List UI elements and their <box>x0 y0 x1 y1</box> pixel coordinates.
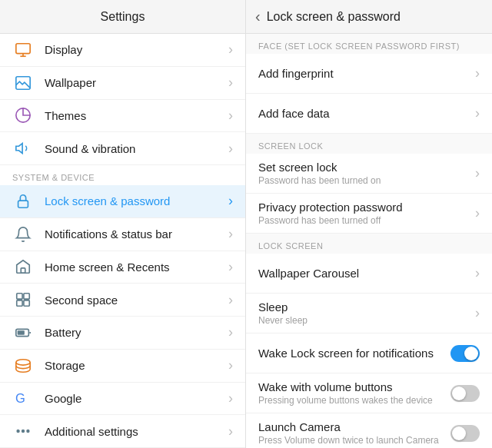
google-label: Google <box>45 392 222 405</box>
sidebar-item-sound[interactable]: Sound & vibration › <box>0 132 245 165</box>
add-fingerprint-content: Add fingerprint <box>258 67 469 80</box>
display-icon <box>12 39 34 61</box>
left-panel-title: Settings <box>101 10 145 24</box>
add-face-item[interactable]: Add face data › <box>246 94 492 134</box>
themes-label: Themes <box>45 109 222 122</box>
lock-screen-section-label: LOCK SCREEN <box>246 234 492 254</box>
wake-notifications-toggle[interactable] <box>450 345 480 362</box>
launch-camera-sub: Press Volume down twice to launch Camera <box>258 435 450 446</box>
sidebar-item-battery[interactable]: Battery › <box>0 317 245 350</box>
additional-label: Additional settings <box>45 425 222 438</box>
sidebar-item-storage[interactable]: Storage › <box>0 350 245 383</box>
system-section-label: SYSTEM & DEVICE <box>0 165 245 185</box>
add-fingerprint-chevron: › <box>475 65 480 81</box>
homescreen-label: Home screen & Recents <box>45 261 222 274</box>
set-screen-lock-item[interactable]: Set screen lock Password has been turned… <box>246 154 492 194</box>
screen-lock-section-label: SCREEN LOCK <box>246 134 492 154</box>
settings-panel: Settings Display › Wallpaper › Themes › … <box>0 0 246 448</box>
svg-rect-10 <box>24 300 29 306</box>
launch-camera-title: Launch Camera <box>258 420 450 433</box>
lock-icon <box>12 191 34 212</box>
wake-volume-toggle[interactable] <box>450 385 480 402</box>
launch-camera-content: Launch Camera Press Volume down twice to… <box>258 420 450 446</box>
wake-notifications-item[interactable]: Wake Lock screen for notifications <box>246 334 492 373</box>
launch-camera-toggle-off <box>450 425 480 442</box>
right-panel-header: ‹ Lock screen & password <box>246 0 492 34</box>
sound-label: Sound & vibration <box>45 142 222 155</box>
privacy-password-content: Privacy protection password Password has… <box>258 201 469 226</box>
sidebar-item-google[interactable]: G Google › <box>0 383 245 416</box>
sound-icon <box>12 138 34 159</box>
wake-volume-toggle-off <box>450 385 480 402</box>
svg-point-16 <box>17 430 19 433</box>
svg-point-17 <box>22 430 25 433</box>
sleep-item[interactable]: Sleep Never sleep › <box>246 294 492 334</box>
secondspace-label: Second space <box>45 294 222 307</box>
svg-rect-6 <box>21 268 25 273</box>
svg-rect-9 <box>17 300 22 306</box>
battery-label: Battery <box>45 326 222 339</box>
storage-icon <box>12 355 34 377</box>
wake-notifications-content: Wake Lock screen for notifications <box>258 347 450 360</box>
secondspace-chevron: › <box>228 292 233 308</box>
homescreen-chevron: › <box>228 259 233 275</box>
sidebar-item-notifications[interactable]: Notifications & status bar › <box>0 218 245 251</box>
home-icon <box>12 256 34 277</box>
wallpaper-carousel-title: Wallpaper Carousel <box>258 267 469 280</box>
launch-camera-item[interactable]: Launch Camera Press Volume down twice to… <box>246 413 492 448</box>
svg-point-14 <box>16 359 30 364</box>
themes-chevron: › <box>228 108 233 124</box>
sidebar-item-display[interactable]: Display › <box>0 34 245 67</box>
privacy-password-chevron: › <box>475 205 480 221</box>
sidebar-item-additional[interactable]: Additional settings › <box>0 415 245 448</box>
sidebar-item-themes[interactable]: Themes › <box>0 100 245 133</box>
secondspace-icon <box>12 289 34 310</box>
display-chevron: › <box>228 41 233 58</box>
lockscreen-label: Lock screen & password <box>45 194 222 207</box>
display-label: Display <box>45 43 222 56</box>
svg-point-18 <box>27 430 29 433</box>
privacy-password-item[interactable]: Privacy protection password Password has… <box>246 194 492 234</box>
add-fingerprint-title: Add fingerprint <box>258 67 469 80</box>
svg-text:G: G <box>15 392 25 406</box>
battery-chevron: › <box>228 324 233 340</box>
launch-camera-toggle[interactable] <box>450 425 480 442</box>
svg-rect-0 <box>16 44 30 54</box>
sidebar-item-homescreen[interactable]: Home screen & Recents › <box>0 251 245 284</box>
sound-chevron: › <box>228 141 233 157</box>
add-face-content: Add face data <box>258 107 469 120</box>
wallpaper-chevron: › <box>228 75 233 91</box>
storage-chevron: › <box>228 357 233 373</box>
sidebar-item-wallpaper[interactable]: Wallpaper › <box>0 67 245 100</box>
wake-volume-content: Wake with volume buttons Pressing volume… <box>258 380 450 406</box>
back-button[interactable]: ‹ <box>255 8 261 25</box>
lockscreen-chevron: › <box>228 193 233 209</box>
privacy-password-sub: Password has been turned off <box>258 215 469 226</box>
wallpaper-label: Wallpaper <box>45 76 222 89</box>
additional-chevron: › <box>228 423 233 440</box>
lockscreen-detail-panel: ‹ Lock screen & password FACE (SET LOCK … <box>246 0 492 448</box>
face-section-label: FACE (SET LOCK SCREEN PASSWORD FIRST) <box>246 34 492 54</box>
sidebar-item-secondspace[interactable]: Second space › <box>0 284 245 317</box>
notifications-chevron: › <box>228 226 233 242</box>
wallpaper-carousel-content: Wallpaper Carousel <box>258 267 469 280</box>
svg-marker-4 <box>16 144 22 154</box>
add-fingerprint-item[interactable]: Add fingerprint › <box>246 54 492 94</box>
svg-rect-7 <box>17 294 22 299</box>
set-screen-lock-chevron: › <box>475 165 480 181</box>
google-icon: G <box>12 387 34 409</box>
wake-volume-title: Wake with volume buttons <box>258 380 450 393</box>
storage-label: Storage <box>45 359 222 372</box>
google-chevron: › <box>228 390 233 407</box>
wallpaper-icon <box>12 72 34 94</box>
wallpaper-carousel-item[interactable]: Wallpaper Carousel › <box>246 254 492 294</box>
wake-volume-item[interactable]: Wake with volume buttons Pressing volume… <box>246 373 492 413</box>
svg-rect-8 <box>24 294 29 299</box>
additional-icon <box>12 420 34 442</box>
notifications-label: Notifications & status bar <box>45 227 222 241</box>
sleep-sub: Never sleep <box>258 315 469 326</box>
sidebar-item-lockscreen[interactable]: Lock screen & password › <box>0 185 245 218</box>
themes-icon <box>12 105 34 126</box>
wake-notifications-toggle-on <box>450 345 480 362</box>
svg-rect-13 <box>18 330 25 335</box>
